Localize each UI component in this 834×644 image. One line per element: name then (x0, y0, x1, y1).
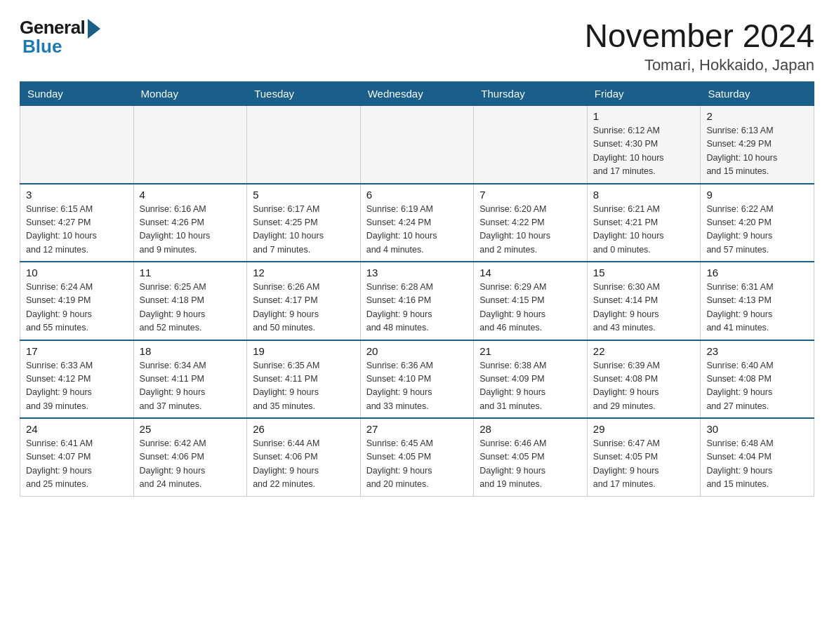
calendar-week-row: 1Sunrise: 6:12 AMSunset: 4:30 PMDaylight… (20, 106, 814, 184)
calendar-cell (133, 106, 247, 184)
calendar-cell: 27Sunrise: 6:45 AMSunset: 4:05 PMDayligh… (360, 418, 474, 496)
calendar-cell: 4Sunrise: 6:16 AMSunset: 4:26 PMDaylight… (133, 184, 247, 262)
calendar-header-wednesday: Wednesday (360, 82, 474, 106)
calendar-cell (474, 106, 588, 184)
day-info: Sunrise: 6:36 AMSunset: 4:10 PMDaylight:… (366, 359, 468, 414)
calendar-week-row: 24Sunrise: 6:41 AMSunset: 4:07 PMDayligh… (20, 418, 814, 496)
calendar-cell: 18Sunrise: 6:34 AMSunset: 4:11 PMDayligh… (133, 340, 247, 419)
logo-blue-text: Blue (22, 36, 62, 58)
calendar-cell: 16Sunrise: 6:31 AMSunset: 4:13 PMDayligh… (701, 262, 814, 340)
day-number: 6 (366, 189, 468, 201)
day-info: Sunrise: 6:48 AMSunset: 4:04 PMDaylight:… (706, 437, 808, 492)
day-number: 13 (366, 267, 468, 279)
day-number: 28 (479, 423, 581, 435)
day-info: Sunrise: 6:16 AMSunset: 4:26 PMDaylight:… (140, 203, 241, 257)
calendar-header-thursday: Thursday (474, 82, 588, 106)
calendar-header-sunday: Sunday (20, 82, 134, 106)
day-info: Sunrise: 6:17 AMSunset: 4:25 PMDaylight:… (253, 203, 355, 257)
day-number: 19 (253, 345, 355, 357)
day-info: Sunrise: 6:19 AMSunset: 4:24 PMDaylight:… (366, 203, 468, 257)
calendar-cell: 9Sunrise: 6:22 AMSunset: 4:20 PMDaylight… (701, 184, 814, 262)
day-number: 9 (706, 189, 808, 201)
day-info: Sunrise: 6:33 AMSunset: 4:12 PMDaylight:… (26, 359, 128, 414)
day-number: 11 (140, 267, 241, 279)
day-number: 25 (140, 423, 241, 435)
day-info: Sunrise: 6:39 AMSunset: 4:08 PMDaylight:… (593, 359, 695, 414)
day-info: Sunrise: 6:47 AMSunset: 4:05 PMDaylight:… (593, 437, 695, 492)
day-number: 22 (593, 345, 695, 357)
day-info: Sunrise: 6:13 AMSunset: 4:29 PMDaylight:… (706, 124, 808, 179)
day-info: Sunrise: 6:24 AMSunset: 4:19 PMDaylight:… (26, 281, 128, 335)
calendar-week-row: 17Sunrise: 6:33 AMSunset: 4:12 PMDayligh… (20, 340, 814, 419)
calendar-cell (360, 106, 474, 184)
day-number: 7 (479, 189, 581, 201)
day-number: 10 (26, 267, 128, 279)
day-number: 2 (706, 110, 808, 122)
day-info: Sunrise: 6:35 AMSunset: 4:11 PMDaylight:… (253, 359, 355, 414)
day-number: 8 (593, 189, 695, 201)
day-number: 18 (140, 345, 241, 357)
day-info: Sunrise: 6:38 AMSunset: 4:09 PMDaylight:… (479, 359, 581, 414)
title-block: November 2024 Tomari, Hokkaido, Japan (585, 17, 814, 74)
location-subtitle: Tomari, Hokkaido, Japan (585, 56, 814, 74)
day-info: Sunrise: 6:31 AMSunset: 4:13 PMDaylight:… (706, 281, 808, 335)
calendar-week-row: 10Sunrise: 6:24 AMSunset: 4:19 PMDayligh… (20, 262, 814, 340)
day-info: Sunrise: 6:34 AMSunset: 4:11 PMDaylight:… (140, 359, 241, 414)
calendar-cell: 12Sunrise: 6:26 AMSunset: 4:17 PMDayligh… (247, 262, 361, 340)
calendar-header-saturday: Saturday (701, 82, 814, 106)
calendar-header-friday: Friday (587, 82, 701, 106)
day-number: 14 (479, 267, 581, 279)
calendar-cell: 7Sunrise: 6:20 AMSunset: 4:22 PMDaylight… (474, 184, 588, 262)
calendar-cell: 30Sunrise: 6:48 AMSunset: 4:04 PMDayligh… (701, 418, 814, 496)
day-info: Sunrise: 6:26 AMSunset: 4:17 PMDaylight:… (253, 281, 355, 335)
day-info: Sunrise: 6:46 AMSunset: 4:05 PMDaylight:… (479, 437, 581, 492)
calendar-cell: 26Sunrise: 6:44 AMSunset: 4:06 PMDayligh… (247, 418, 361, 496)
calendar-cell: 24Sunrise: 6:41 AMSunset: 4:07 PMDayligh… (20, 418, 134, 496)
calendar-cell: 8Sunrise: 6:21 AMSunset: 4:21 PMDaylight… (587, 184, 701, 262)
day-number: 3 (26, 189, 128, 201)
calendar-cell: 3Sunrise: 6:15 AMSunset: 4:27 PMDaylight… (20, 184, 134, 262)
calendar-cell: 19Sunrise: 6:35 AMSunset: 4:11 PMDayligh… (247, 340, 361, 419)
day-info: Sunrise: 6:21 AMSunset: 4:21 PMDaylight:… (593, 203, 695, 257)
day-number: 30 (706, 423, 808, 435)
calendar-header-row: SundayMondayTuesdayWednesdayThursdayFrid… (20, 82, 814, 106)
month-year-title: November 2024 (585, 17, 814, 55)
day-info: Sunrise: 6:28 AMSunset: 4:16 PMDaylight:… (366, 281, 468, 335)
calendar-cell: 20Sunrise: 6:36 AMSunset: 4:10 PMDayligh… (360, 340, 474, 419)
day-number: 29 (593, 423, 695, 435)
calendar-cell: 14Sunrise: 6:29 AMSunset: 4:15 PMDayligh… (474, 262, 588, 340)
day-number: 5 (253, 189, 355, 201)
calendar-table: SundayMondayTuesdayWednesdayThursdayFrid… (20, 81, 814, 497)
day-info: Sunrise: 6:20 AMSunset: 4:22 PMDaylight:… (479, 203, 581, 257)
page-header: General Blue November 2024 Tomari, Hokka… (20, 17, 814, 74)
day-info: Sunrise: 6:15 AMSunset: 4:27 PMDaylight:… (26, 203, 128, 257)
calendar-header-tuesday: Tuesday (247, 82, 361, 106)
day-info: Sunrise: 6:29 AMSunset: 4:15 PMDaylight:… (479, 281, 581, 335)
day-info: Sunrise: 6:44 AMSunset: 4:06 PMDaylight:… (253, 437, 355, 492)
calendar-cell: 15Sunrise: 6:30 AMSunset: 4:14 PMDayligh… (587, 262, 701, 340)
calendar-cell: 13Sunrise: 6:28 AMSunset: 4:16 PMDayligh… (360, 262, 474, 340)
calendar-cell (247, 106, 361, 184)
calendar-cell: 22Sunrise: 6:39 AMSunset: 4:08 PMDayligh… (587, 340, 701, 419)
day-number: 4 (140, 189, 241, 201)
day-number: 20 (366, 345, 468, 357)
calendar-cell: 5Sunrise: 6:17 AMSunset: 4:25 PMDaylight… (247, 184, 361, 262)
logo: General Blue (20, 17, 100, 58)
calendar-cell: 10Sunrise: 6:24 AMSunset: 4:19 PMDayligh… (20, 262, 134, 340)
day-number: 24 (26, 423, 128, 435)
day-info: Sunrise: 6:40 AMSunset: 4:08 PMDaylight:… (706, 359, 808, 414)
calendar-cell: 23Sunrise: 6:40 AMSunset: 4:08 PMDayligh… (701, 340, 814, 419)
calendar-cell: 28Sunrise: 6:46 AMSunset: 4:05 PMDayligh… (474, 418, 588, 496)
calendar-cell: 1Sunrise: 6:12 AMSunset: 4:30 PMDaylight… (587, 106, 701, 184)
calendar-cell (20, 106, 134, 184)
calendar-cell: 2Sunrise: 6:13 AMSunset: 4:29 PMDaylight… (701, 106, 814, 184)
calendar-cell: 21Sunrise: 6:38 AMSunset: 4:09 PMDayligh… (474, 340, 588, 419)
calendar-cell: 11Sunrise: 6:25 AMSunset: 4:18 PMDayligh… (133, 262, 247, 340)
day-number: 15 (593, 267, 695, 279)
day-number: 12 (253, 267, 355, 279)
calendar-cell: 17Sunrise: 6:33 AMSunset: 4:12 PMDayligh… (20, 340, 134, 419)
day-number: 1 (593, 110, 695, 122)
day-info: Sunrise: 6:30 AMSunset: 4:14 PMDaylight:… (593, 281, 695, 335)
calendar-cell: 25Sunrise: 6:42 AMSunset: 4:06 PMDayligh… (133, 418, 247, 496)
day-info: Sunrise: 6:25 AMSunset: 4:18 PMDaylight:… (140, 281, 241, 335)
